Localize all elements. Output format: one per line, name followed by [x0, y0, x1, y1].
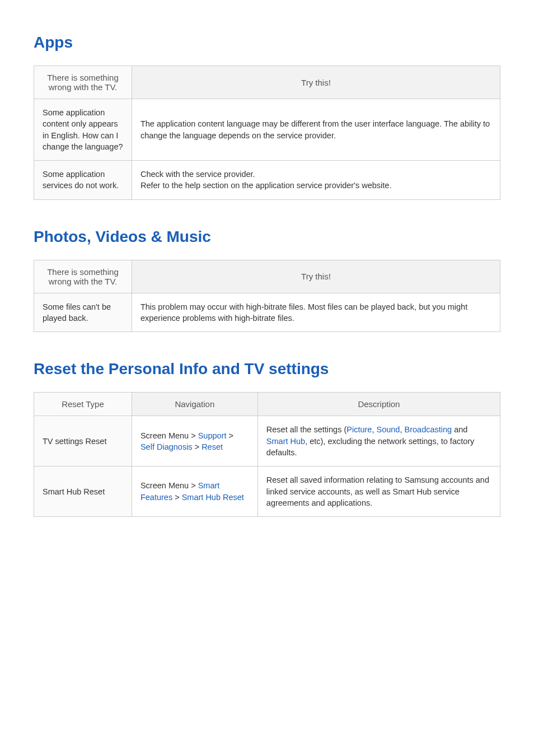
navigation-cell: Screen Menu > Support > Self Diagnosis >…: [132, 416, 257, 466]
apps-title: Apps: [34, 34, 500, 52]
media-section: Photos, Videos & Music There is somethin…: [34, 228, 500, 333]
apps-section: Apps There is something wrong with the T…: [34, 34, 500, 200]
problem-cell: Some application services do not work.: [34, 161, 132, 200]
navigation-cell: Screen Menu > Smart Features > Smart Hub…: [132, 466, 257, 517]
reset-title: Reset the Personal Info and TV settings: [34, 360, 500, 378]
desc-text: Reset all the settings (: [266, 425, 346, 434]
nav-separator: >: [172, 493, 182, 502]
header-problem: There is something wrong with the TV.: [34, 66, 132, 99]
desc-text: ,: [372, 425, 376, 434]
reset-type-cell: Smart Hub Reset: [34, 466, 132, 517]
nav-separator: >: [189, 431, 198, 440]
description-cell: Reset all the settings (Picture, Sound, …: [257, 416, 500, 466]
table-header-row: There is something wrong with the TV. Tr…: [34, 66, 500, 99]
reset-table: Reset Type Navigation Description TV set…: [34, 392, 500, 517]
header-reset-type: Reset Type: [34, 393, 132, 416]
problem-cell: Some application content only appears in…: [34, 99, 132, 161]
nav-link-self-diagnosis: Self Diagnosis: [140, 442, 193, 451]
header-navigation: Navigation: [132, 393, 257, 416]
header-solution: Try this!: [132, 66, 500, 99]
solution-cell: The application content language may be …: [132, 99, 500, 161]
desc-link-broadcasting: Broadcasting: [405, 425, 452, 434]
problem-cell: Some files can't be played back.: [34, 293, 132, 332]
nav-separator: >: [227, 431, 234, 440]
reset-type-cell: TV settings Reset: [34, 416, 132, 466]
desc-link-picture: Picture: [346, 425, 372, 434]
desc-text: and: [452, 425, 467, 434]
nav-separator: >: [189, 481, 198, 490]
table-row: Some application content only appears in…: [34, 99, 500, 161]
solution-cell: This problem may occur with high-bitrate…: [132, 293, 500, 332]
solution-cell: Check with the service provider. Refer t…: [132, 161, 500, 200]
table-row: TV settings Reset Screen Menu > Support …: [34, 416, 500, 466]
nav-link-support: Support: [198, 431, 227, 440]
media-title: Photos, Videos & Music: [34, 228, 500, 246]
header-description: Description: [257, 393, 500, 416]
header-problem: There is something wrong with the TV.: [34, 260, 132, 293]
apps-table: There is something wrong with the TV. Tr…: [34, 66, 500, 200]
nav-link-smart-hub-reset: Smart Hub Reset: [182, 493, 244, 502]
desc-text: ,: [400, 425, 404, 434]
media-table: There is something wrong with the TV. Tr…: [34, 260, 500, 333]
nav-link-reset: Reset: [202, 442, 223, 451]
table-row: Some application services do not work. C…: [34, 161, 500, 200]
nav-text: Screen Menu: [140, 431, 189, 440]
table-row: Some files can't be played back. This pr…: [34, 293, 500, 332]
table-header-row: Reset Type Navigation Description: [34, 393, 500, 416]
header-solution: Try this!: [132, 260, 500, 293]
desc-link-smart-hub: Smart Hub: [266, 437, 305, 446]
table-header-row: There is something wrong with the TV. Tr…: [34, 260, 500, 293]
description-cell: Reset all saved information relating to …: [257, 466, 500, 517]
nav-separator: >: [193, 442, 202, 451]
table-row: Smart Hub Reset Screen Menu > Smart Feat…: [34, 466, 500, 517]
desc-link-sound: Sound: [377, 425, 400, 434]
reset-section: Reset the Personal Info and TV settings …: [34, 360, 500, 517]
nav-text: Screen Menu: [140, 481, 189, 490]
